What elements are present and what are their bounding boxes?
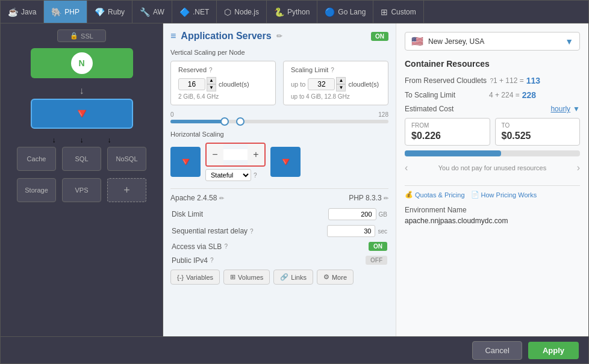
decrement-button[interactable]: − (207, 144, 223, 165)
vps-node[interactable]: VPS (62, 178, 101, 202)
apache-edit-icon[interactable]: ✏ (219, 195, 224, 202)
slider-labels: 0 128 (170, 111, 388, 118)
scaling-stepper: ▲ ▼ (308, 77, 346, 91)
ruby-thumb-icon-2: 🔻 (278, 155, 293, 169)
tab-dotnet[interactable]: 🔷 .NET (172, 1, 217, 23)
reserved-stepper: ▲ ▼ (178, 77, 216, 91)
tab-python[interactable]: 🐍 Python (267, 1, 317, 23)
reserved-resource-info: 2 GiB, 6.4 GHz (178, 93, 268, 100)
scaling-step-down[interactable]: ▼ (336, 84, 346, 91)
increment-button[interactable]: + (248, 144, 264, 165)
main-window: ☕ Java 🐘 PHP 💎 Ruby 🔧 AW 🔷 .NET ⬡ Node.j… (0, 0, 589, 364)
ipv4-help-icon[interactable]: ? (210, 257, 214, 264)
apache-label: Apache 2.4.58 ✏ (170, 194, 224, 202)
tab-ruby[interactable]: 💎 Ruby (87, 1, 132, 23)
custom-icon: ⊞ (381, 7, 388, 17)
horiz-row: 🔻 − 7 + Stateful Stateless (170, 143, 388, 181)
horizontal-scaling: Horizontal Scaling 🔻 − 7 + Statef (170, 131, 388, 181)
tab-custom-label: Custom (391, 8, 416, 16)
tab-nodejs[interactable]: ⬡ Node.js (217, 1, 267, 23)
tab-aw[interactable]: 🔧 AW (132, 1, 172, 23)
access-slb-help-icon[interactable]: ? (224, 243, 228, 250)
next-arrow[interactable]: › (577, 162, 580, 173)
tab-php[interactable]: 🐘 PHP (44, 1, 87, 23)
price-boxes: FROM $0.226 TO $0.525 (405, 118, 580, 146)
cache-node[interactable]: Cache (17, 147, 56, 171)
cloudlet-slider[interactable]: 0 128 (170, 111, 388, 123)
restart-unit: sec (378, 228, 387, 235)
region-text: New Jersey, USA (428, 37, 560, 46)
dotnet-icon: 🔷 (179, 7, 190, 17)
more-button[interactable]: ⚙ More (317, 270, 354, 285)
restart-help-icon[interactable]: ? (250, 228, 254, 235)
ruby-thumb: 🔻 (170, 147, 201, 177)
section-header: ≡ Application Servers ✏ ON (170, 31, 388, 42)
resource-bar (405, 150, 580, 156)
add-node-button[interactable]: + (107, 178, 146, 202)
slider-track (170, 120, 388, 123)
storage-node[interactable]: Storage (17, 178, 56, 202)
scaling-step-up[interactable]: ▲ (336, 77, 346, 84)
env-name-label: Environment Name (405, 206, 580, 214)
slider-handle-scaling[interactable] (236, 117, 245, 126)
software-info-row: Apache 2.4.58 ✏ PHP 8.3.3 ✏ (170, 194, 388, 202)
quotas-pricing-link[interactable]: 💰 Quotas & Pricing (405, 191, 465, 199)
reserved-step-down[interactable]: ▼ (207, 84, 216, 91)
reserved-input[interactable] (178, 78, 205, 90)
ruby-node[interactable]: 🔻 (31, 99, 133, 129)
variables-button[interactable]: {-} Variables (170, 270, 220, 285)
down-arrow-2: ↓ (52, 136, 56, 144)
how-pricing-label: How Pricing Works (481, 191, 537, 199)
horizontal-scaling-label: Horizontal Scaling (170, 131, 388, 138)
region-selector[interactable]: 🇺🇸 New Jersey, USA ▼ (405, 32, 580, 51)
disk-limit-input[interactable] (328, 208, 376, 220)
cost-period-selector[interactable]: hourly (550, 105, 570, 113)
access-slb-toggle[interactable]: ON (369, 242, 387, 251)
php-edit-icon[interactable]: ✏ (384, 195, 388, 202)
restart-input[interactable] (327, 225, 375, 237)
doc-icon: 📄 (471, 191, 479, 199)
slider-handle-reserved[interactable] (220, 117, 229, 126)
stateful-help-icon[interactable]: ? (254, 172, 257, 179)
stateful-select[interactable]: Stateful Stateless (205, 169, 251, 181)
apply-button[interactable]: Apply (528, 342, 579, 359)
how-pricing-works-link[interactable]: 📄 How Pricing Works (471, 191, 537, 199)
cost-period-chevron[interactable]: ▼ (573, 105, 580, 113)
ssl-label: SSL (81, 32, 93, 40)
java-icon: ☕ (8, 7, 18, 17)
shield-icon: 🔒 (70, 32, 78, 40)
node-counter[interactable]: − 7 + (205, 143, 266, 167)
vps-label: VPS (75, 187, 88, 194)
scaling-row: Reserved ? ▲ ▼ cloudlet(s) 2 G (170, 61, 388, 105)
scaling-limit-label: Scaling Limit ? (291, 66, 381, 73)
ipv4-row: Public IPv4 ? OFF (170, 256, 388, 265)
nginx-node[interactable]: N (31, 48, 133, 78)
chevron-down-icon: ▼ (565, 37, 573, 46)
on-badge[interactable]: ON (371, 32, 388, 41)
scaling-help-icon[interactable]: ? (331, 67, 334, 73)
tab-ruby-label: Ruby (108, 8, 125, 16)
reserved-step-up[interactable]: ▲ (207, 77, 216, 84)
tab-java[interactable]: ☕ Java (1, 1, 44, 23)
volumes-button[interactable]: ⊞ Volumes (223, 270, 270, 285)
reserved-box: Reserved ? ▲ ▼ cloudlet(s) 2 G (170, 61, 276, 105)
price-to-box: TO $0.525 (495, 118, 581, 146)
nosql-node[interactable]: NoSQL (107, 147, 146, 171)
vertical-scaling-label: Vertical Scaling per Node (170, 49, 388, 56)
php-icon: 🐘 (51, 7, 61, 17)
edit-title-icon[interactable]: ✏ (276, 32, 282, 40)
links-button[interactable]: 🔗 Links (273, 270, 313, 285)
ipv4-toggle[interactable]: OFF (366, 256, 387, 265)
ruby-thumb-icon: 🔻 (178, 155, 193, 169)
tab-custom[interactable]: ⊞ Custom (373, 1, 423, 23)
reserved-help-icon[interactable]: ? (209, 67, 213, 73)
estimated-cost-label: Estimated Cost (405, 105, 453, 113)
tab-go[interactable]: 🔵 Go Lang (317, 1, 373, 23)
scaling-input[interactable] (308, 78, 335, 90)
bottom-bar: Cancel Apply (1, 336, 588, 363)
node-count-input[interactable]: 7 (223, 149, 248, 160)
right-panel: 🇺🇸 New Jersey, USA ▼ Container Resources… (396, 23, 588, 336)
sql-node[interactable]: SQL (62, 147, 101, 171)
tab-nodejs-label: Node.js (234, 8, 259, 16)
cancel-button[interactable]: Cancel (472, 341, 522, 360)
